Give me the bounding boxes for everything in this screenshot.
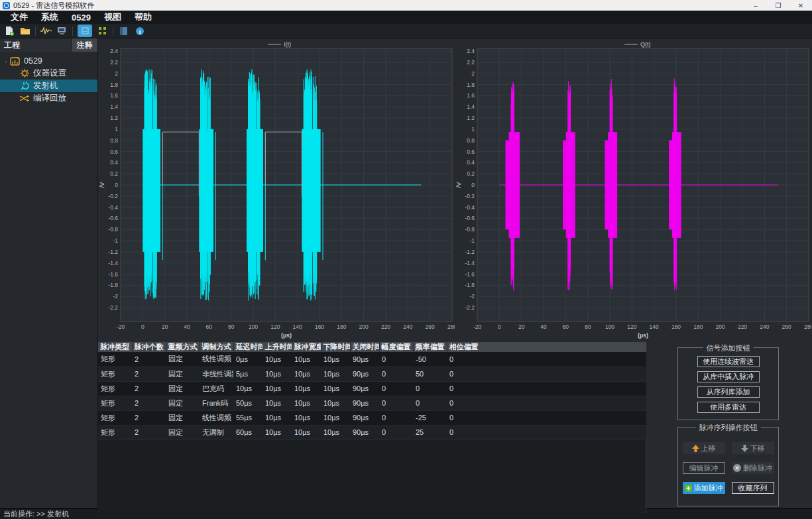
new-file-icon[interactable] — [3, 26, 15, 36]
menu-view[interactable]: 视图 — [97, 11, 128, 23]
status-text: 当前操作: >> 发射机 — [3, 509, 69, 519]
table-cell: 0 — [379, 425, 413, 439]
svg-text:-2.2: -2.2 — [108, 304, 118, 311]
table-cell: 10µs — [262, 410, 292, 425]
svg-text:260: 260 — [782, 323, 791, 330]
table-cell: 10µs — [262, 367, 292, 381]
column-header[interactable]: 幅度偏置 — [379, 342, 413, 352]
svg-text:160: 160 — [671, 323, 681, 330]
svg-text:1: 1 — [115, 126, 118, 133]
svg-text:100: 100 — [605, 323, 614, 330]
open-folder-icon[interactable] — [19, 26, 30, 36]
table-cell: 90µs — [350, 367, 379, 381]
table-cell: 0 — [447, 367, 646, 381]
close-button[interactable]: ✕ — [789, 2, 812, 9]
transmitter-view-icon[interactable] — [78, 25, 92, 37]
add-pulse-button[interactable]: 添加脉冲 — [683, 482, 725, 494]
signal-add-group-title: 信号添加按钮 — [703, 343, 754, 353]
table-row[interactable]: 矩形2固定Frank码50µs10µs10µs10µs90µs000 — [98, 396, 646, 410]
add-from-sequence-library-button[interactable]: 从序列库添加 — [697, 386, 760, 398]
toolbar-separator — [35, 27, 36, 36]
column-header[interactable]: 脉冲个数 — [132, 342, 166, 352]
svg-text:20: 20 — [518, 323, 525, 330]
move-down-button[interactable]: 下移 — [732, 442, 774, 454]
app-icon — [3, 2, 10, 9]
table-cell: 10µs — [292, 367, 321, 381]
column-header[interactable]: 频率偏置 — [413, 342, 447, 352]
use-multi-radar-button[interactable]: 使用多雷达 — [697, 402, 760, 413]
insert-pulse-from-library-button[interactable]: 从库中插入脉冲 — [697, 371, 760, 382]
table-cell: 10µs — [262, 425, 292, 439]
device-icon[interactable] — [56, 26, 68, 36]
minimize-button[interactable]: – — [744, 2, 767, 9]
restore-button[interactable]: ❐ — [767, 2, 789, 9]
tree-node-compile-playback[interactable]: 编译回放 — [0, 92, 97, 105]
svg-text:1.2: 1.2 — [467, 115, 475, 121]
waveform-icon[interactable] — [40, 26, 52, 36]
svg-text:120: 120 — [270, 323, 280, 330]
svg-text:0: 0 — [115, 182, 118, 188]
svg-text:-0.2: -0.2 — [108, 193, 118, 200]
column-header[interactable]: 脉冲类型 — [98, 342, 132, 352]
column-header[interactable]: 延迟时间 — [233, 342, 262, 352]
move-up-button[interactable]: 上移 — [683, 442, 725, 454]
table-cell: 10µs — [321, 425, 350, 439]
tab-project[interactable]: 工程 — [0, 38, 71, 52]
svg-text:240: 240 — [403, 323, 412, 330]
tree-expander-icon[interactable]: - — [3, 57, 9, 65]
svg-text:220: 220 — [381, 323, 390, 330]
menu-system[interactable]: 系统 — [34, 11, 65, 23]
table-cell: 10µs — [233, 381, 262, 396]
table-cell: 10µs — [262, 352, 292, 367]
svg-text:1.6: 1.6 — [110, 92, 118, 99]
tree-node-label: 编译回放 — [33, 93, 66, 104]
table-row[interactable]: 矩形2固定非线性调频5µs10µs10µs10µs90µs0500 — [98, 367, 646, 381]
table-row[interactable]: 矩形2固定无调制60µs10µs10µs10µs90µs0250 — [98, 425, 646, 439]
pulse-sequence-group: 脉冲序列操作按钮 上移 下移 编辑脉冲 — [677, 427, 779, 506]
svg-text:0: 0 — [471, 182, 475, 188]
table-cell: 90µs — [350, 381, 379, 396]
column-header[interactable]: 关闭时间 — [350, 342, 379, 352]
chart-i-signal: -200204060801001201401601802002202402602… — [98, 38, 455, 342]
use-cw-radar-button[interactable]: 使用连续波雷达 — [697, 356, 760, 367]
column-header[interactable]: 上升时间 — [262, 342, 292, 352]
table-row[interactable]: 矩形2固定巴克码10µs10µs10µs10µs90µs000 — [98, 381, 646, 396]
table-row[interactable]: 矩形2固定线性调频0µs10µs10µs10µs90µs0-500 — [98, 352, 646, 367]
column-header[interactable]: 下降时间 — [321, 342, 350, 352]
tree-node-instrument-settings[interactable]: 仪器设置 — [0, 67, 97, 80]
delete-pulse-button[interactable]: 删除脉冲 — [732, 462, 774, 474]
save-sequence-button[interactable]: 收藏序列 — [732, 482, 774, 494]
svg-text:I(t): I(t) — [284, 41, 291, 48]
table-cell: 固定 — [166, 381, 200, 396]
table-cell: 0 — [413, 396, 447, 410]
table-cell: -25 — [413, 410, 447, 425]
menu-help[interactable]: 帮助 — [128, 11, 158, 23]
svg-text:-1.4: -1.4 — [108, 260, 118, 266]
table-cell: 巴克码 — [200, 381, 233, 396]
table-cell: 2 — [132, 410, 166, 425]
column-header[interactable]: 重频方式 — [166, 342, 200, 352]
table-cell: 10µs — [262, 396, 292, 410]
menu-project[interactable]: 0529 — [65, 13, 97, 23]
save-sequence-label: 收藏序列 — [738, 483, 768, 493]
table-cell: 0 — [447, 381, 646, 396]
sequence-grid-icon[interactable] — [97, 26, 108, 36]
svg-text:0.6: 0.6 — [467, 148, 475, 155]
toolbar-separator — [113, 27, 113, 36]
tree-node-transmitter[interactable]: 发射机 — [0, 80, 97, 92]
svg-text:200: 200 — [359, 323, 369, 330]
notebook-icon[interactable] — [118, 26, 129, 36]
column-header[interactable]: 相位偏置 — [447, 342, 646, 352]
column-header[interactable]: 脉冲宽度 — [292, 342, 321, 352]
edit-pulse-button[interactable]: 编辑脉冲 — [683, 462, 725, 474]
table-cell: 线性调频 — [200, 352, 233, 367]
table-cell: 矩形 — [98, 425, 132, 439]
tree-node-root[interactable]: - 0529 — [0, 54, 97, 67]
tab-notes[interactable]: 注释 — [71, 38, 97, 52]
info-icon[interactable]: i — [134, 26, 145, 36]
svg-text:-1.2: -1.2 — [465, 249, 475, 255]
menu-file[interactable]: 文件 — [4, 11, 34, 23]
column-header[interactable]: 调制方式 — [200, 342, 233, 352]
table-cell: 0 — [447, 396, 646, 410]
table-row[interactable]: 矩形2固定线性调频55µs10µs10µs10µs90µs0-250 — [98, 410, 646, 425]
